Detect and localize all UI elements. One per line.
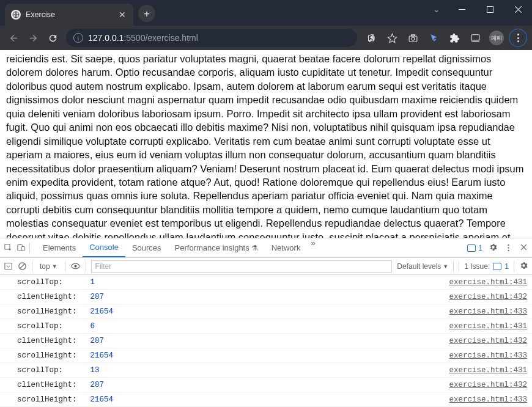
- console-settings-icon[interactable]: [519, 261, 528, 272]
- svg-rect-1: [459, 9, 465, 10]
- forward-button[interactable]: [24, 29, 42, 46]
- devtools-tabs: Elements Console Sources Performance ins…: [36, 238, 319, 257]
- log-label: clientHeight:: [17, 293, 86, 301]
- log-value: 13: [91, 366, 100, 375]
- log-source-link[interactable]: exercise.html:433: [449, 351, 527, 360]
- minimize-button[interactable]: [448, 0, 476, 18]
- svg-rect-2: [487, 6, 493, 12]
- log-label: scrollHeight:: [17, 351, 86, 360]
- device-toggle-icon[interactable]: [17, 243, 26, 252]
- message-icon: [467, 244, 476, 252]
- tab-performance-insights[interactable]: Performance insights⚗: [168, 238, 265, 257]
- media-icon[interactable]: [466, 29, 484, 47]
- svg-rect-14: [5, 263, 12, 270]
- devtools-settings-icon[interactable]: [489, 243, 498, 254]
- extensions-icon[interactable]: [445, 29, 464, 47]
- back-button[interactable]: [5, 29, 22, 46]
- execution-context[interactable]: top ▼: [37, 261, 60, 272]
- issues-indicator[interactable]: 1: [467, 244, 482, 252]
- log-source-link[interactable]: exercise.html:431: [449, 366, 527, 375]
- close-tab-icon[interactable]: ✕: [119, 10, 126, 20]
- console-sidebar-toggle-icon[interactable]: [4, 262, 13, 271]
- console-row: scrollTop: 13exercise.html:431: [0, 363, 532, 378]
- log-source-link[interactable]: exercise.html:431: [449, 322, 527, 331]
- clear-console-icon[interactable]: [18, 262, 27, 271]
- star-icon[interactable]: [383, 29, 401, 47]
- tabs-overflow-icon[interactable]: »: [307, 238, 319, 257]
- browser-menu-button[interactable]: [509, 29, 527, 47]
- console-row: clientHeight: 287exercise.html:432: [0, 378, 532, 392]
- log-source-link[interactable]: exercise.html:432: [449, 337, 527, 345]
- log-label: scrollHeight:: [17, 395, 86, 404]
- log-value: 21654: [91, 307, 114, 316]
- svg-point-12: [508, 247, 509, 248]
- svg-rect-7: [471, 41, 479, 42]
- console-row: scrollTop: 1exercise.html:431: [0, 275, 532, 290]
- browser-tab[interactable]: Exercise ✕: [5, 4, 133, 26]
- devtools-panel: Elements Console Sources Performance ins…: [0, 238, 532, 407]
- message-icon: [493, 263, 501, 270]
- svg-rect-5: [411, 34, 415, 35]
- console-filter[interactable]: [91, 260, 393, 273]
- new-tab-button[interactable]: +: [138, 5, 155, 22]
- page-viewport[interactable]: reiciendis est. Sit saepe, quos pariatur…: [0, 50, 532, 238]
- console-row: scrollHeight: 21654exercise.html:433: [0, 304, 532, 319]
- svg-point-11: [508, 244, 509, 246]
- triangle-down-icon: ▼: [443, 263, 448, 270]
- tab-sources[interactable]: Sources: [125, 238, 168, 257]
- profile-avatar[interactable]: 페페: [489, 31, 504, 45]
- maximize-button[interactable]: [476, 0, 504, 18]
- svg-rect-3: [409, 35, 417, 41]
- devtools-close-icon[interactable]: [519, 243, 528, 254]
- plus-icon: +: [144, 9, 150, 19]
- console-toolbar: top ▼ Default levels ▼ 1 Issue: 1: [0, 258, 532, 275]
- share-icon[interactable]: [362, 29, 380, 47]
- live-expression-icon[interactable]: [70, 261, 81, 271]
- tab-network[interactable]: Network: [265, 238, 308, 257]
- log-source-link[interactable]: exercise.html:432: [449, 381, 527, 389]
- tab-console[interactable]: Console: [83, 238, 125, 257]
- svg-rect-10: [21, 247, 24, 251]
- kebab-icon: [517, 34, 519, 42]
- devtools-menu-icon[interactable]: [504, 243, 513, 252]
- window-controls: ⌄: [426, 0, 532, 18]
- log-value: 287: [91, 337, 105, 345]
- tab-title: Exercise: [26, 10, 114, 19]
- info-icon[interactable]: i: [73, 33, 83, 43]
- url-input[interactable]: i 127.0.0.1:5500/exercise.html: [66, 29, 357, 47]
- address-bar: i 127.0.0.1:5500/exercise.html 페페: [0, 26, 532, 50]
- issues-button[interactable]: 1 Issue: 1: [459, 262, 509, 271]
- console-row: scrollHeight: 21654exercise.html:433: [0, 348, 532, 363]
- log-source-link[interactable]: exercise.html:433: [449, 395, 527, 404]
- log-source-link[interactable]: exercise.html:433: [449, 307, 527, 316]
- globe-icon: [11, 10, 21, 20]
- console-row: scrollTop: 6exercise.html:431: [0, 319, 532, 334]
- camera-icon[interactable]: [404, 29, 422, 47]
- log-value: 1: [91, 278, 95, 287]
- log-source-link[interactable]: exercise.html:431: [449, 278, 527, 287]
- svg-point-17: [74, 265, 76, 267]
- log-value: 6: [91, 322, 95, 331]
- svg-rect-6: [471, 34, 479, 40]
- log-label: scrollTop:: [17, 322, 86, 331]
- url-text: 127.0.0.1:5500/exercise.html: [88, 32, 198, 43]
- inspect-element-icon[interactable]: [4, 243, 13, 252]
- close-window-button[interactable]: [504, 0, 532, 18]
- chevron-down-icon[interactable]: ⌄: [426, 4, 448, 14]
- tab-elements[interactable]: Elements: [36, 238, 83, 257]
- console-row: clientHeight: 287exercise.html:432: [0, 334, 532, 348]
- log-levels-select[interactable]: Default levels ▼: [397, 262, 448, 271]
- console-filter-input[interactable]: [91, 260, 393, 273]
- body-text: reiciendis est. Sit saepe, quos pariatur…: [6, 52, 526, 238]
- console-output[interactable]: scrollTop: 1exercise.html:431clientHeigh…: [0, 275, 532, 407]
- log-value: 287: [91, 381, 105, 389]
- console-row: scrollHeight: 21654exercise.html:433: [0, 392, 532, 407]
- log-value: 21654: [91, 395, 114, 404]
- cursor-icon[interactable]: [424, 29, 443, 47]
- log-value: 21654: [91, 351, 114, 360]
- window-titlebar: Exercise ✕ + ⌄: [0, 0, 532, 26]
- flask-icon: ⚗: [251, 244, 258, 252]
- reload-button[interactable]: [44, 29, 61, 46]
- log-source-link[interactable]: exercise.html:432: [449, 293, 527, 301]
- log-value: 287: [91, 293, 105, 301]
